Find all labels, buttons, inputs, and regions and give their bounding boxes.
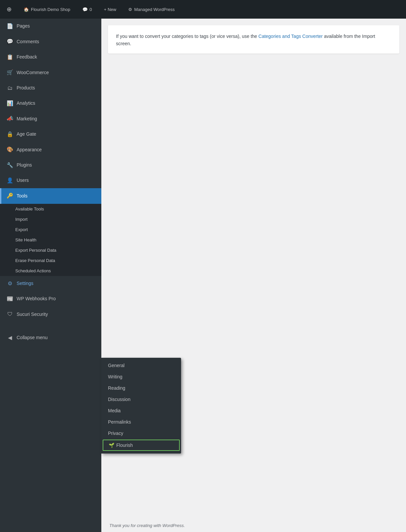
sidebar-item-settings[interactable]: ⚙ Settings [0, 276, 101, 291]
managed-wp-button[interactable]: ⚙ Managed WordPress [126, 6, 177, 13]
sidebar-item-users[interactable]: 👤 Users [0, 173, 101, 188]
flyout-permalinks[interactable]: Permalinks [101, 416, 181, 428]
comments-icon: 💬 [82, 7, 88, 12]
analytics-icon: 📊 [7, 100, 13, 107]
new-label: + New [104, 7, 116, 12]
sidebar-item-label: Settings [17, 280, 34, 287]
sidebar-item-plugins[interactable]: 🔧 Plugins [0, 158, 101, 173]
sidebar-item-label: Feedback [17, 54, 37, 61]
collapse-menu[interactable]: ◀ Collapse menu [0, 330, 101, 345]
flyout-reading[interactable]: Reading [101, 382, 181, 394]
comments-icon: 💬 [7, 38, 13, 45]
main-content: If you want to convert your categories t… [101, 19, 406, 532]
site-name-label: Flourish Demo Shop [31, 7, 70, 12]
flyout-flourish-label: Flourish [116, 443, 133, 448]
sidebar-item-feedback[interactable]: 📋 Feedback [0, 50, 101, 65]
flourish-icon: 🌱 [109, 443, 114, 448]
managed-wp-label: Managed WordPress [134, 7, 175, 12]
sidebar-item-label: Sucuri Security [17, 311, 48, 318]
sidebar-item-comments[interactable]: 💬 Comments [0, 34, 101, 49]
sidebar-item-label: Users [17, 177, 29, 184]
comments-count: 0 [90, 7, 92, 12]
submenu-export[interactable]: Export [0, 224, 101, 235]
flyout-general[interactable]: General [101, 360, 181, 371]
sidebar-item-label: WooCommerce [17, 69, 49, 76]
categories-tags-converter-link[interactable]: Categories and Tags Converter [258, 34, 323, 39]
wp-icon: ⊕ [7, 6, 12, 13]
sidebar-item-tools[interactable]: 🔑 Tools [0, 188, 101, 203]
sidebar-item-products[interactable]: 🗂 Products [0, 80, 101, 96]
age-gate-icon: 🔒 [7, 131, 13, 138]
webhooks-icon: 📰 [7, 295, 13, 303]
sidebar-item-label: Marketing [17, 116, 37, 122]
sidebar-item-woocommerce[interactable]: 🛒 WooCommerce [0, 65, 101, 80]
sidebar-item-label: WP Webhooks Pro [17, 296, 56, 302]
sidebar-item-pages[interactable]: 📄 Pages [0, 19, 101, 34]
sidebar-item-label: Comments [17, 39, 39, 45]
sidebar-item-label: Analytics [17, 100, 35, 107]
pages-icon: 📄 [7, 23, 13, 30]
sucuri-icon: 🛡 [7, 311, 13, 318]
sidebar-item-wp-webhooks[interactable]: 📰 WP Webhooks Pro [0, 291, 101, 307]
site-name[interactable]: 🏠 Flourish Demo Shop [21, 6, 73, 13]
submenu-site-health[interactable]: Site Health [0, 235, 101, 245]
appearance-icon: 🎨 [7, 146, 13, 153]
marketing-icon: 📣 [7, 115, 13, 122]
sidebar-item-label: Products [17, 85, 35, 91]
submenu-scheduled-actions[interactable]: Scheduled Actions [0, 266, 101, 276]
sidebar-item-label: Pages [17, 23, 30, 30]
comments-button[interactable]: 💬 0 [80, 6, 95, 13]
submenu-import[interactable]: Import [0, 214, 101, 224]
sidebar-item-label: Plugins [17, 162, 32, 169]
users-icon: 👤 [7, 177, 13, 184]
feedback-icon: 📋 [7, 54, 13, 61]
bottom-note: Thank you for creating with WordPress. [101, 519, 406, 532]
home-icon: 🏠 [24, 7, 29, 12]
notice-text: If you want to convert your categories t… [116, 34, 258, 39]
plugins-icon: 🔧 [7, 162, 13, 169]
sidebar-item-label: Appearance [17, 147, 42, 153]
collapse-icon: ◀ [7, 334, 13, 341]
sidebar-item-appearance[interactable]: 🎨 Appearance [0, 142, 101, 157]
products-icon: 🗂 [7, 84, 13, 92]
sidebar-item-label: Age Gate [17, 131, 36, 138]
sidebar-item-age-gate[interactable]: 🔒 Age Gate [0, 127, 101, 142]
bottom-note-text: Thank you for creating with WordPress. [109, 523, 185, 528]
flyout-media[interactable]: Media [101, 405, 181, 416]
settings-flyout: General Writing Reading Discussion Media… [101, 358, 181, 454]
flyout-writing[interactable]: Writing [101, 371, 181, 382]
submenu-erase-personal-data[interactable]: Erase Personal Data [0, 255, 101, 266]
settings-icon: ⚙ [7, 280, 13, 287]
flyout-flourish[interactable]: 🌱 Flourish [103, 440, 180, 451]
submenu-available-tools[interactable]: Available Tools [0, 204, 101, 214]
sidebar-item-marketing[interactable]: 📣 Marketing [0, 111, 101, 126]
notice-box: If you want to convert your categories t… [108, 25, 399, 54]
woocommerce-icon: 🛒 [7, 69, 13, 76]
new-content-button[interactable]: + New [101, 6, 119, 13]
flyout-discussion[interactable]: Discussion [101, 394, 181, 405]
sidebar-item-analytics[interactable]: 📊 Analytics [0, 96, 101, 111]
sidebar-item-label: Tools [17, 193, 28, 200]
flyout-privacy[interactable]: Privacy [101, 428, 181, 439]
submenu-export-personal-data[interactable]: Export Personal Data [0, 245, 101, 255]
collapse-label: Collapse menu [17, 334, 48, 341]
sidebar-item-sucuri[interactable]: 🛡 Sucuri Security [0, 307, 101, 322]
wp-logo[interactable]: ⊕ [4, 4, 14, 14]
gear-icon: ⚙ [128, 7, 132, 12]
tools-icon: 🔑 [7, 192, 13, 200]
